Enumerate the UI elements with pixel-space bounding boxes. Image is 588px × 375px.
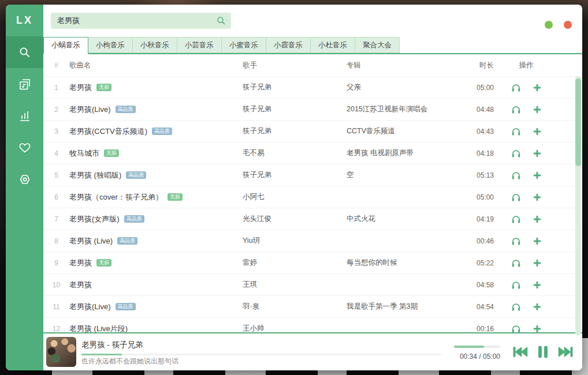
listen-button[interactable] [511, 215, 521, 224]
listen-button[interactable] [511, 171, 521, 180]
sidebar-item-search[interactable] [6, 36, 43, 68]
song-name: 老男孩(Live) [69, 302, 111, 312]
main-area: 小蜗音乐小枸音乐小秋音乐小芸音乐小蜜音乐小霞音乐小杜音乐聚合大会 # 歌曲名 歌… [43, 5, 582, 370]
sidebar-item-song-list[interactable] [6, 68, 43, 100]
duration-cell: 04:54 [456, 303, 494, 311]
song-name: 牧马城市 [69, 148, 99, 159]
sidebar-item-settings[interactable] [6, 163, 43, 195]
tab-小秋音乐[interactable]: 小秋音乐 [132, 37, 177, 53]
album-cell: 空 [347, 170, 456, 180]
quality-badge: 无损 [96, 84, 111, 91]
table-row[interactable]: 11 老男孩(Live) 高品质 羽·泉 我是歌手第一季 第3期 04:54 [43, 296, 582, 318]
tab-小芸音乐[interactable]: 小芸音乐 [177, 37, 222, 53]
listen-button[interactable] [511, 83, 521, 92]
volume-fill [454, 346, 484, 348]
minimize-button[interactable] [545, 21, 553, 29]
search-input[interactable] [51, 13, 231, 29]
volume-time: 00:34 / 05:00 [454, 343, 500, 361]
duration-cell: 04:58 [456, 281, 494, 289]
listen-button[interactable] [511, 280, 521, 290]
listen-button[interactable] [511, 149, 521, 158]
tab-label: 小蜗音乐 [51, 41, 80, 49]
row-index: 2 [43, 106, 69, 114]
previous-button[interactable] [512, 346, 528, 358]
close-button[interactable] [564, 21, 572, 29]
add-to-list-button[interactable] [533, 83, 542, 92]
table-row[interactable]: 8 老男孩 (Live) 高品质 Yiu玥 00:46 [43, 230, 582, 252]
listen-button[interactable] [511, 324, 521, 333]
duration-cell: 05:00 [456, 84, 494, 92]
ops-cell [494, 127, 559, 136]
music-list-icon [18, 77, 32, 91]
song-table: 1 老男孩 无损 筷子兄弟 父亲 05:00 2 老男孩(Live) 高品质 筷… [43, 77, 582, 332]
add-to-list-button[interactable] [533, 127, 542, 136]
tab-小杜音乐[interactable]: 小杜音乐 [310, 37, 355, 53]
table-row[interactable]: 3 老男孩(CCTV音乐频道) 高品质 筷子兄弟 CCTV音乐频道 04:43 [43, 121, 582, 142]
add-to-list-button[interactable] [533, 280, 542, 290]
row-index: 10 [43, 281, 69, 289]
tab-label: 小秋音乐 [140, 41, 169, 49]
singer-cell: 筷子兄弟 [243, 170, 347, 180]
tab-小蜗音乐[interactable]: 小蜗音乐 [43, 37, 88, 54]
listen-button[interactable] [511, 127, 521, 136]
add-to-list-button[interactable] [533, 105, 542, 114]
duration-cell: 04:19 [456, 215, 494, 223]
table-header: # 歌曲名 歌手 专辑 时长 操作 [43, 54, 582, 77]
app-logo: LX [6, 5, 43, 36]
singer-cell: 雷婷 [243, 258, 347, 268]
table-row[interactable]: 5 老男孩 (独唱版) 高品质 筷子兄弟 空 05:13 [43, 164, 582, 186]
scrollbar-track[interactable] [575, 76, 581, 336]
ops-cell [494, 302, 559, 312]
tab-label: 小芸音乐 [185, 41, 214, 49]
album-art[interactable] [46, 337, 76, 367]
song-name-cell: 老男孩(CCTV音乐频道) 高品质 [69, 126, 243, 137]
singer-cell: 筷子兄弟 [243, 82, 347, 92]
table-row[interactable]: 6 老男孩（cover：筷子兄弟） 无损 小阿七 05:00 [43, 186, 582, 208]
volume-slider[interactable] [454, 346, 500, 348]
table-row[interactable]: 1 老男孩 无损 筷子兄弟 父亲 05:00 [43, 77, 582, 99]
singer-cell: 王小帅 [243, 324, 347, 332]
add-to-list-button[interactable] [533, 215, 542, 224]
album-cell: 中式火花 [347, 214, 456, 224]
sidebar-item-favorites[interactable] [6, 132, 43, 163]
tab-小蜜音乐[interactable]: 小蜜音乐 [221, 37, 266, 53]
add-to-list-button[interactable] [533, 302, 542, 312]
quality-badge: 无损 [168, 193, 183, 201]
add-to-list-button[interactable] [533, 258, 542, 268]
listen-button[interactable] [511, 302, 521, 312]
lyric-line: 也许永远都不会跟她说出那句话 [81, 357, 178, 366]
listen-button[interactable] [511, 237, 521, 246]
add-to-list-button[interactable] [533, 171, 542, 180]
table-row[interactable]: 4 牧马城市 无损 毛不易 老男孩 电视剧原声带 04:18 [43, 142, 582, 164]
next-button[interactable] [558, 346, 574, 358]
add-to-list-button[interactable] [533, 324, 542, 333]
sidebar-item-ranking[interactable] [6, 100, 43, 132]
heart-icon [18, 141, 32, 155]
progress-bar[interactable] [81, 354, 441, 355]
table-row[interactable]: 9 老男孩 无损 雷婷 每当想你的时候 05:22 [43, 252, 582, 274]
tab-小枸音乐[interactable]: 小枸音乐 [88, 37, 133, 53]
scrollbar-thumb[interactable] [575, 78, 581, 166]
search-submit-icon[interactable] [216, 16, 226, 28]
listen-button[interactable] [511, 193, 521, 202]
player-bar: 老男孩 - 筷子兄弟 也许永远都不会跟她说出那句话 00:34 / 05:00 [43, 332, 582, 370]
listen-button[interactable] [511, 258, 521, 268]
add-to-list-button[interactable] [533, 149, 542, 158]
table-row[interactable]: 10 老男孩 王琪 04:58 [43, 274, 582, 296]
table-row[interactable]: 12 老男孩 (Live片段) 王小帅 00:16 [43, 318, 582, 332]
album-cell: 每当想你的时候 [347, 258, 456, 268]
song-name-cell: 老男孩 无损 [69, 258, 243, 268]
add-to-list-button[interactable] [533, 193, 542, 202]
tab-聚合大会[interactable]: 聚合大会 [355, 37, 400, 53]
row-index: 4 [43, 149, 69, 158]
tab-小霞音乐[interactable]: 小霞音乐 [266, 37, 311, 53]
table-row[interactable]: 2 老男孩(Live) 高品质 筷子兄弟 2015江苏卫视新年演唱会 04:48 [43, 99, 582, 121]
table-row[interactable]: 7 老男孩(女声版) 高品质 光头江俊 中式火花 04:19 [43, 208, 582, 230]
duration-cell: 00:16 [456, 325, 494, 333]
add-to-list-button[interactable] [533, 237, 542, 246]
song-name-cell: 老男孩 无损 [69, 82, 243, 93]
listen-button[interactable] [511, 105, 521, 114]
row-index: 11 [43, 303, 69, 311]
song-name: 老男孩 (独唱版) [69, 170, 121, 181]
pause-button[interactable] [537, 345, 549, 359]
